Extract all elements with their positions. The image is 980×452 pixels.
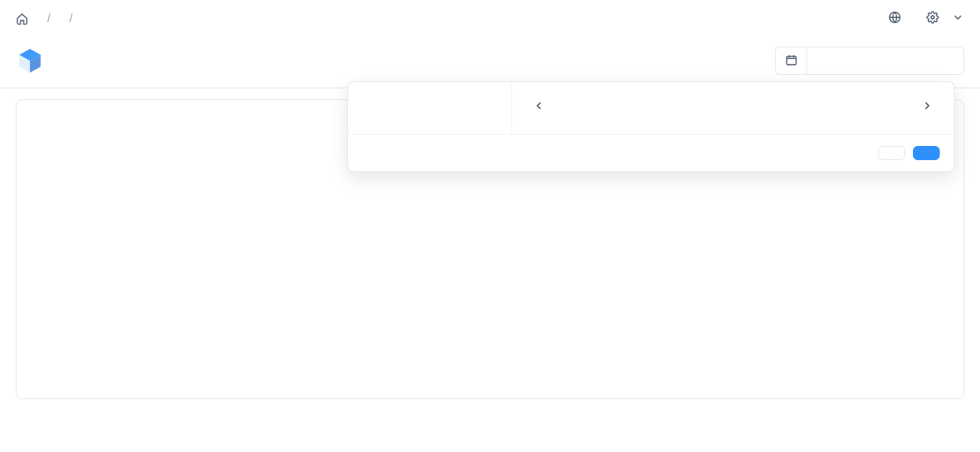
gear-icon	[926, 11, 939, 26]
svg-rect-2	[787, 56, 796, 65]
breadcrumb-separator: /	[47, 12, 50, 24]
date-picker-popover	[347, 81, 955, 172]
globe-icon	[888, 11, 901, 26]
chevron-down-icon	[952, 11, 964, 26]
svg-point-1	[931, 16, 934, 19]
calendar-icon	[785, 54, 798, 69]
calendar-button[interactable]	[775, 47, 806, 75]
cancel-button[interactable]	[878, 146, 905, 160]
home-icon[interactable]	[16, 12, 28, 25]
preset-list	[348, 82, 512, 134]
breadcrumb: / /	[16, 12, 82, 25]
logo-icon	[16, 47, 44, 75]
prev-month-button[interactable]	[529, 96, 548, 115]
settings-button[interactable]	[926, 11, 964, 26]
next-month-button[interactable]	[918, 96, 937, 115]
date-range-input[interactable]	[806, 47, 964, 75]
view-domain-button[interactable]	[888, 11, 907, 26]
calendar-right	[742, 96, 937, 125]
calendar-left	[529, 96, 724, 125]
apply-button[interactable]	[913, 146, 940, 160]
breadcrumb-separator: /	[69, 12, 73, 24]
